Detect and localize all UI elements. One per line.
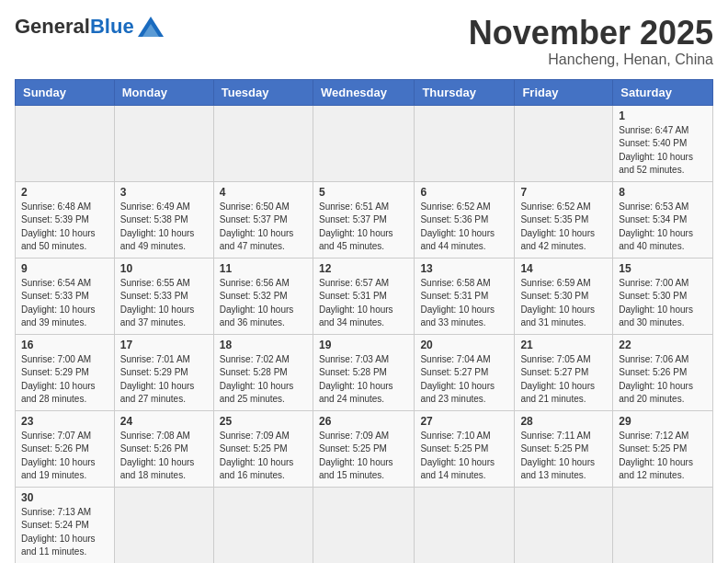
day-number: 6 <box>420 186 508 199</box>
day-info: Sunrise: 6:50 AMSunset: 5:37 PMDaylight:… <box>220 201 307 254</box>
logo-icon <box>138 17 164 37</box>
day-number: 10 <box>120 262 208 275</box>
calendar-cell: 22Sunrise: 7:06 AMSunset: 5:26 PMDayligh… <box>613 334 713 410</box>
weekday-header-saturday: Saturday <box>613 79 713 105</box>
day-info: Sunrise: 7:00 AMSunset: 5:30 PMDaylight:… <box>619 277 707 330</box>
calendar-cell <box>16 105 115 181</box>
day-info: Sunrise: 6:58 AMSunset: 5:31 PMDaylight:… <box>420 277 508 330</box>
day-number: 27 <box>420 415 508 428</box>
calendar-cell: 5Sunrise: 6:51 AMSunset: 5:37 PMDaylight… <box>313 181 414 258</box>
day-number: 28 <box>520 415 607 428</box>
calendar-table: SundayMondayTuesdayWednesdayThursdayFrid… <box>15 79 713 563</box>
calendar-week-4: 16Sunrise: 7:00 AMSunset: 5:29 PMDayligh… <box>16 334 713 410</box>
calendar-cell: 13Sunrise: 6:58 AMSunset: 5:31 PMDayligh… <box>415 258 515 334</box>
day-number: 20 <box>420 339 508 351</box>
calendar-cell: 21Sunrise: 7:05 AMSunset: 5:27 PMDayligh… <box>515 334 613 410</box>
calendar-cell: 4Sunrise: 6:50 AMSunset: 5:37 PMDaylight… <box>213 181 313 258</box>
calendar-cell: 12Sunrise: 6:57 AMSunset: 5:31 PMDayligh… <box>313 258 414 334</box>
header-row: SundayMondayTuesdayWednesdayThursdayFrid… <box>16 79 713 105</box>
calendar-cell <box>213 105 313 181</box>
day-info: Sunrise: 7:03 AMSunset: 5:28 PMDaylight:… <box>319 353 408 407</box>
day-info: Sunrise: 7:11 AMSunset: 5:25 PMDaylight:… <box>520 430 607 483</box>
weekday-header-thursday: Thursday <box>415 79 515 105</box>
calendar-week-5: 23Sunrise: 7:07 AMSunset: 5:26 PMDayligh… <box>16 410 713 487</box>
calendar-week-1: 1Sunrise: 6:47 AMSunset: 5:40 PMDaylight… <box>16 105 713 181</box>
day-info: Sunrise: 7:09 AMSunset: 5:25 PMDaylight:… <box>319 430 408 483</box>
calendar-cell: 11Sunrise: 6:56 AMSunset: 5:32 PMDayligh… <box>213 258 313 334</box>
calendar-cell: 1Sunrise: 6:47 AMSunset: 5:40 PMDaylight… <box>613 105 713 181</box>
weekday-header-monday: Monday <box>114 79 213 105</box>
calendar-week-2: 2Sunrise: 6:48 AMSunset: 5:39 PMDaylight… <box>16 181 713 258</box>
calendar-cell: 24Sunrise: 7:08 AMSunset: 5:26 PMDayligh… <box>114 410 213 487</box>
day-info: Sunrise: 7:10 AMSunset: 5:25 PMDaylight:… <box>420 430 508 483</box>
day-number: 15 <box>619 262 707 275</box>
calendar-cell <box>515 487 613 563</box>
calendar-cell <box>415 487 515 563</box>
day-number: 12 <box>319 262 408 275</box>
day-info: Sunrise: 7:00 AMSunset: 5:29 PMDaylight:… <box>21 353 108 407</box>
calendar-cell: 3Sunrise: 6:49 AMSunset: 5:38 PMDaylight… <box>114 181 213 258</box>
calendar-cell: 17Sunrise: 7:01 AMSunset: 5:29 PMDayligh… <box>114 334 213 410</box>
calendar-header: SundayMondayTuesdayWednesdayThursdayFrid… <box>16 79 713 105</box>
calendar-cell: 15Sunrise: 7:00 AMSunset: 5:30 PMDayligh… <box>613 258 713 334</box>
day-number: 9 <box>21 262 108 275</box>
calendar-cell: 25Sunrise: 7:09 AMSunset: 5:25 PMDayligh… <box>213 410 313 487</box>
day-info: Sunrise: 6:48 AMSunset: 5:39 PMDaylight:… <box>21 201 108 254</box>
day-info: Sunrise: 6:47 AMSunset: 5:40 PMDaylight:… <box>619 124 707 178</box>
day-number: 21 <box>520 339 607 351</box>
day-number: 23 <box>21 415 108 428</box>
calendar-cell <box>114 105 213 181</box>
day-number: 18 <box>220 339 307 351</box>
calendar-cell: 6Sunrise: 6:52 AMSunset: 5:36 PMDaylight… <box>415 181 515 258</box>
calendar-cell <box>313 487 414 563</box>
calendar-cell: 27Sunrise: 7:10 AMSunset: 5:25 PMDayligh… <box>415 410 515 487</box>
day-info: Sunrise: 7:02 AMSunset: 5:28 PMDaylight:… <box>220 353 307 407</box>
day-info: Sunrise: 6:52 AMSunset: 5:35 PMDaylight:… <box>520 201 607 254</box>
day-info: Sunrise: 6:51 AMSunset: 5:37 PMDaylight:… <box>319 201 408 254</box>
day-number: 22 <box>619 339 707 351</box>
month-title: November 2025 <box>469 15 713 52</box>
weekday-header-tuesday: Tuesday <box>213 79 313 105</box>
logo-general-text: General <box>15 15 90 39</box>
day-info: Sunrise: 7:06 AMSunset: 5:26 PMDaylight:… <box>619 353 707 407</box>
day-number: 8 <box>619 186 707 199</box>
day-info: Sunrise: 6:59 AMSunset: 5:30 PMDaylight:… <box>520 277 607 330</box>
calendar-cell: 18Sunrise: 7:02 AMSunset: 5:28 PMDayligh… <box>213 334 313 410</box>
calendar-cell: 9Sunrise: 6:54 AMSunset: 5:33 PMDaylight… <box>16 258 115 334</box>
calendar-cell: 7Sunrise: 6:52 AMSunset: 5:35 PMDaylight… <box>515 181 613 258</box>
calendar-cell <box>213 487 313 563</box>
calendar-cell: 19Sunrise: 7:03 AMSunset: 5:28 PMDayligh… <box>313 334 414 410</box>
day-info: Sunrise: 7:07 AMSunset: 5:26 PMDaylight:… <box>21 430 108 483</box>
page-header: General Blue November 2025 Hancheng, Hen… <box>15 15 713 68</box>
calendar-body: 1Sunrise: 6:47 AMSunset: 5:40 PMDaylight… <box>16 105 713 563</box>
day-number: 17 <box>120 339 208 351</box>
calendar-week-6: 30Sunrise: 7:13 AMSunset: 5:24 PMDayligh… <box>16 487 713 563</box>
logo: General Blue <box>15 15 164 39</box>
day-number: 3 <box>120 186 208 199</box>
day-number: 5 <box>319 186 408 199</box>
location-title: Hancheng, Henan, China <box>469 52 713 68</box>
calendar-cell: 8Sunrise: 6:53 AMSunset: 5:34 PMDaylight… <box>613 181 713 258</box>
day-info: Sunrise: 6:53 AMSunset: 5:34 PMDaylight:… <box>619 201 707 254</box>
calendar-cell: 10Sunrise: 6:55 AMSunset: 5:33 PMDayligh… <box>114 258 213 334</box>
day-number: 14 <box>520 262 607 275</box>
day-number: 4 <box>220 186 307 199</box>
day-number: 7 <box>520 186 607 199</box>
day-info: Sunrise: 6:57 AMSunset: 5:31 PMDaylight:… <box>319 277 408 330</box>
calendar-cell: 16Sunrise: 7:00 AMSunset: 5:29 PMDayligh… <box>16 334 115 410</box>
calendar-cell: 26Sunrise: 7:09 AMSunset: 5:25 PMDayligh… <box>313 410 414 487</box>
day-number: 2 <box>21 186 108 199</box>
day-info: Sunrise: 6:52 AMSunset: 5:36 PMDaylight:… <box>420 201 508 254</box>
day-number: 24 <box>120 415 208 428</box>
day-number: 30 <box>21 491 108 504</box>
day-info: Sunrise: 7:05 AMSunset: 5:27 PMDaylight:… <box>520 353 607 407</box>
day-number: 25 <box>220 415 307 428</box>
day-info: Sunrise: 6:54 AMSunset: 5:33 PMDaylight:… <box>21 277 108 330</box>
day-info: Sunrise: 6:55 AMSunset: 5:33 PMDaylight:… <box>120 277 208 330</box>
day-info: Sunrise: 7:13 AMSunset: 5:24 PMDaylight:… <box>21 506 108 559</box>
day-info: Sunrise: 7:04 AMSunset: 5:27 PMDaylight:… <box>420 353 508 407</box>
day-info: Sunrise: 7:01 AMSunset: 5:29 PMDaylight:… <box>120 353 208 407</box>
calendar-cell <box>613 487 713 563</box>
day-number: 11 <box>220 262 307 275</box>
day-info: Sunrise: 6:49 AMSunset: 5:38 PMDaylight:… <box>120 201 208 254</box>
